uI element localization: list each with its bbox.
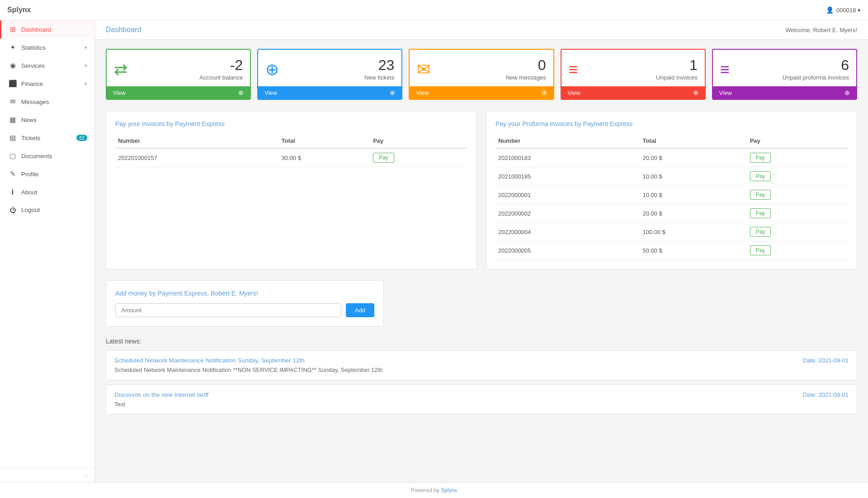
proforma-pay-cell: Pay	[747, 186, 848, 204]
stat-card-unpaid-invoices: ≡1Unpaid invoicesView⊕	[561, 49, 706, 100]
unpaid-proforma-number: 6	[736, 58, 849, 72]
sidebar-label-dashboard: Dashboard	[21, 26, 51, 33]
proforma-total: 50.00 $	[640, 241, 747, 260]
news-item-title[interactable]: Scheduled Network Maintenance Notificati…	[114, 357, 305, 364]
proforma-pay-button[interactable]: Pay	[750, 208, 771, 218]
footer-link[interactable]: Splynx	[441, 487, 457, 493]
proforma-number: 2022000001	[495, 186, 640, 204]
news-section-title: Latest news:	[106, 338, 857, 345]
panels-row: Pay your invoices by Payment Express Num…	[106, 111, 857, 269]
sidebar-item-statistics[interactable]: ✦Statistics▾	[0, 38, 94, 56]
proforma-pay-button[interactable]: Pay	[750, 190, 771, 200]
account-balance-view-btn[interactable]: View⊕	[107, 86, 250, 99]
proforma-total: 10.00 $	[640, 167, 747, 186]
new-messages-icon: ✉	[417, 60, 430, 79]
new-messages-number: 0	[437, 58, 546, 72]
account-balance-number: -2	[134, 58, 243, 72]
main-content: ⇄-2Account balanceView⊕⊕23New ticketsVie…	[95, 40, 868, 434]
news-item: Discounts on the new Internet tariffDate…	[106, 385, 857, 414]
proforma-pay-cell: Pay	[747, 204, 848, 223]
tickets-icon: ▤	[9, 134, 17, 142]
statistics-icon: ✦	[9, 43, 17, 52]
main-header: Dashboard Welcome, Robert E. Myers!	[95, 20, 868, 40]
invoice-total: 30.00 $	[279, 148, 371, 167]
proforma-panel: Pay your Proforma invoices by Payment Ex…	[486, 111, 857, 269]
unpaid-invoices-view-icon: ⊕	[693, 89, 698, 96]
account-balance-view-icon: ⊕	[238, 89, 244, 96]
add-button[interactable]: Add	[346, 303, 374, 317]
sidebar-item-about[interactable]: ℹAbout	[0, 183, 94, 201]
news-item: Scheduled Network Maintenance Notificati…	[106, 350, 857, 380]
invoice-number: 202201000157	[115, 148, 279, 167]
new-messages-view-label: View	[416, 89, 429, 96]
sidebar-item-dashboard[interactable]: ⊞Dashboard	[0, 20, 94, 38]
invoices-col-pay: Pay	[370, 134, 467, 148]
proforma-pay-cell: Pay	[747, 167, 848, 186]
new-messages-view-icon: ⊕	[542, 89, 547, 96]
sidebar-label-messages: Messages	[21, 99, 49, 105]
table-row: 2022000004100.00 $Pay	[495, 223, 848, 241]
table-row: 202100018320.00 $Pay	[495, 148, 848, 167]
unpaid-proforma-icon: ≡	[720, 60, 730, 79]
sidebar-item-news[interactable]: ▦News	[0, 111, 94, 129]
sidebar-item-messages[interactable]: ✉Messages	[0, 93, 94, 111]
sidebar-item-services[interactable]: ◉Services▾	[0, 56, 94, 75]
sidebar-label-statistics: Statistics	[21, 44, 46, 51]
page-title: Dashboard	[106, 26, 141, 34]
invoices-col-number: Number	[115, 134, 279, 148]
proforma-col-number: Number	[495, 134, 640, 148]
sidebar-item-documents[interactable]: ▢Documents	[0, 147, 94, 165]
invoice-pay-button[interactable]: Pay	[373, 153, 394, 163]
account-balance-view-label: View	[113, 89, 126, 96]
sidebar-item-logout[interactable]: ⏻Logout	[0, 201, 94, 219]
new-messages-view-btn[interactable]: View⊕	[410, 86, 553, 99]
proforma-number: 2022000005	[495, 241, 640, 260]
user-menu[interactable]: 000018 ▾	[826, 6, 861, 14]
sidebar-label-news: News	[21, 117, 37, 123]
proforma-number: 2021000185	[495, 167, 640, 186]
proforma-pay-button[interactable]: Pay	[750, 245, 771, 255]
news-section: Latest news: Scheduled Network Maintenan…	[106, 338, 857, 414]
proforma-table: Number Total Pay 202100018320.00 $Pay202…	[495, 134, 848, 260]
add-money-form: Add	[115, 303, 374, 317]
sidebar-item-tickets[interactable]: ▤Tickets22	[0, 129, 94, 147]
news-item-date: Date: 2021-09-01	[803, 391, 849, 398]
proforma-total: 10.00 $	[640, 186, 747, 204]
sidebar-item-profile[interactable]: ✎Profile	[0, 165, 94, 183]
unpaid-proforma-view-icon: ⊕	[844, 89, 850, 96]
services-icon: ◉	[9, 61, 17, 70]
invoices-col-total: Total	[279, 134, 371, 148]
table-row: 20220100015730.00 $Pay	[115, 148, 467, 167]
new-messages-label: New messages	[437, 74, 546, 81]
proforma-pay-button[interactable]: Pay	[750, 153, 771, 163]
news-item-body: Test	[114, 401, 849, 408]
brand-logo: Splynx	[7, 6, 31, 14]
sidebar-collapse-btn[interactable]: ‹	[0, 468, 94, 482]
stat-card-unpaid-proforma: ≡6Unpaid proforma invoicesView⊕	[712, 49, 857, 100]
invoices-table: Number Total Pay 20220100015730.00 $Pay	[115, 134, 467, 167]
proforma-number: 2022000004	[495, 223, 640, 241]
layout: ⊞Dashboard✦Statistics▾◉Services▾⬛Finance…	[0, 20, 868, 482]
new-tickets-view-btn[interactable]: View⊕	[258, 86, 401, 99]
table-row: 202200000550.00 $Pay	[495, 241, 848, 260]
table-row: 202100018510.00 $Pay	[495, 167, 848, 186]
news-item-title[interactable]: Discounts on the new Internet tariff	[114, 391, 208, 398]
invoices-panel-title: Pay your invoices by Payment Express	[115, 120, 467, 127]
sidebar-item-finance[interactable]: ⬛Finance▾	[0, 75, 94, 93]
unpaid-proforma-view-btn[interactable]: View⊕	[713, 86, 856, 99]
sidebar-label-documents: Documents	[21, 153, 52, 160]
unpaid-invoices-view-btn[interactable]: View⊕	[561, 86, 705, 99]
profile-icon: ✎	[9, 170, 17, 178]
stat-cards: ⇄-2Account balanceView⊕⊕23New ticketsVie…	[106, 49, 857, 100]
invoices-panel: Pay your invoices by Payment Express Num…	[106, 111, 477, 269]
new-tickets-label: New tickets	[285, 74, 394, 81]
finance-icon: ⬛	[9, 80, 17, 88]
new-tickets-number: 23	[285, 58, 394, 72]
proforma-number: 2022000002	[495, 204, 640, 223]
chevron-services: ▾	[85, 63, 87, 69]
proforma-pay-button[interactable]: Pay	[750, 227, 771, 237]
proforma-pay-button[interactable]: Pay	[750, 171, 771, 181]
footer: Powered by Splynx	[0, 482, 868, 498]
news-item-date: Date: 2021-09-01	[803, 357, 849, 364]
amount-input[interactable]	[115, 303, 341, 317]
